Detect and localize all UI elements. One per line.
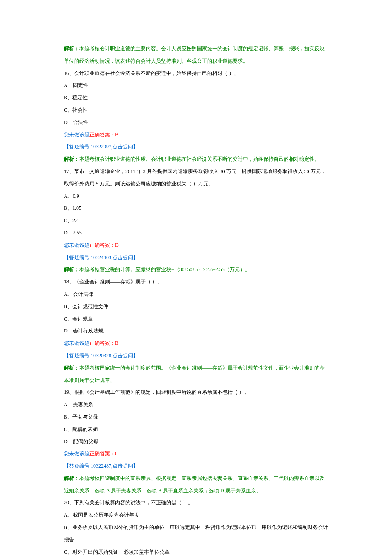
question-20: 20、下列有关会计核算内容的说法中，不正确的是（ ）。 — [64, 497, 328, 509]
not-done-label: 您未做该题 — [64, 242, 89, 248]
analysis-block-19: 解析：本题考核回避制度中的直系亲属。根据规定，直系亲属包括夫妻关系、直系血亲关系… — [64, 472, 328, 497]
option-18-d: D、会计行政法规 — [64, 325, 328, 337]
option-20-a: A、我国是以公历年度为会计年度 — [64, 509, 328, 521]
analysis-text: 本题考核国家统一的会计制度的范围。《企业会计准则——存货》属于会计规范性文件，而… — [64, 365, 325, 383]
question-18: 18、《企业会计准则——存货》属于（ ）。 — [64, 276, 328, 288]
query-link-18[interactable]: 【答疑编号 10320328,点击提问】 — [64, 350, 328, 362]
option-17-c: C、2.4 — [64, 214, 328, 227]
analysis-label: 解析： — [64, 365, 79, 371]
option-19-a: A、夫妻关系 — [64, 399, 328, 411]
answer-row-18: 您未做该题正确答案：B — [64, 337, 328, 350]
option-18-b: B、会计规范性文件 — [64, 301, 328, 313]
option-17-b: B、1.05 — [64, 202, 328, 214]
query-link-17[interactable]: 【答疑编号 10324403,点击提问】 — [64, 251, 328, 264]
analysis-text: 本题考核回避制度中的直系亲属。根据规定，直系亲属包括夫妻关系、直系血亲关系、三代… — [64, 475, 325, 494]
analysis-label: 解析： — [64, 156, 79, 162]
correct-answer: 正确答案：B — [89, 340, 118, 346]
option-18-a: A、会计法律 — [64, 288, 328, 301]
answer-row-17: 您未做该题正确答案：D — [64, 239, 328, 251]
answer-row-16: 您未做该题正确答案：B — [64, 129, 328, 141]
question-16: 16、会计职业道德在社会经济关系不断的变迁中，始终保持自己的相对（ ）。 — [64, 67, 328, 80]
analysis-label: 解析： — [64, 475, 79, 481]
analysis-block-18: 解析：本题考核国家统一的会计制度的范围。《企业会计准则——存货》属于会计规范性文… — [64, 362, 328, 387]
option-16-d: D、合法性 — [64, 116, 328, 129]
option-19-c: C、配偶的表姐 — [64, 423, 328, 436]
option-17-a: A、0.9 — [64, 190, 328, 202]
analysis-block-16: 解析：本题考核会计职业道德的性质。会计职业道德在社会经济关系不断的变迁中，始终保… — [64, 153, 328, 165]
answer-row-19: 您未做该题正确答案：C — [64, 448, 328, 460]
correct-answer: 正确答案：C — [89, 451, 118, 457]
option-20-b: B、业务收支以人民币以外的货币为主的单位，可以选定其中一种货币作为记账本位币，用… — [64, 521, 328, 546]
correct-answer: 正确答案：B — [89, 132, 118, 138]
option-16-c: C、社会性 — [64, 104, 328, 116]
option-19-d: D、配偶的父母 — [64, 436, 328, 448]
not-done-label: 您未做该题 — [64, 340, 89, 346]
analysis-text: 本题考核会计职业道德的性质。会计职业道德在社会经济关系不断的变迁中，始终保持自己… — [79, 156, 320, 162]
option-16-b: B、稳定性 — [64, 92, 328, 104]
analysis-text: 本题考核营业税的计算。应缴纳的营业税=（30+50+5）×3%=2.55（万元）… — [79, 266, 250, 272]
analysis-label: 解析： — [64, 266, 79, 272]
option-20-c: C、对外开出的原始凭证，必须加盖本单位公章 — [64, 546, 328, 555]
analysis-text: 本题考核会计职业道德的主要内容。会计人员应按照国家统一的会计制度的规定记账、算账… — [64, 46, 325, 64]
option-19-b: B、子女与父母 — [64, 411, 328, 423]
option-17-d: D、2.55 — [64, 227, 328, 239]
option-16-a: A、固定性 — [64, 79, 328, 92]
option-18-c: C、会计规章 — [64, 313, 328, 325]
not-done-label: 您未做该题 — [64, 132, 89, 138]
query-link-16[interactable]: 【答疑编号 10322097,点击提问】 — [64, 141, 328, 153]
analysis-block-15: 解析：本题考核会计职业道德的主要内容。会计人员应按照国家统一的会计制度的规定记账… — [64, 43, 328, 67]
correct-answer: 正确答案：D — [89, 242, 119, 248]
not-done-label: 您未做该题 — [64, 451, 89, 457]
analysis-block-17: 解析：本题考核营业税的计算。应缴纳的营业税=（30+50+5）×3%=2.55（… — [64, 263, 328, 276]
question-19: 19、根据《会计基础工作规范》的规定，回避制度中所说的直系亲属不包括（ ）。 — [64, 386, 328, 399]
analysis-label: 解析： — [64, 46, 79, 52]
question-17: 17、某市一交通运输企业，2011 年 3 月份提供国内运输服务取得收入 30 … — [64, 165, 328, 190]
query-link-19[interactable]: 【答疑编号 10322487,点击提问】 — [64, 460, 328, 472]
